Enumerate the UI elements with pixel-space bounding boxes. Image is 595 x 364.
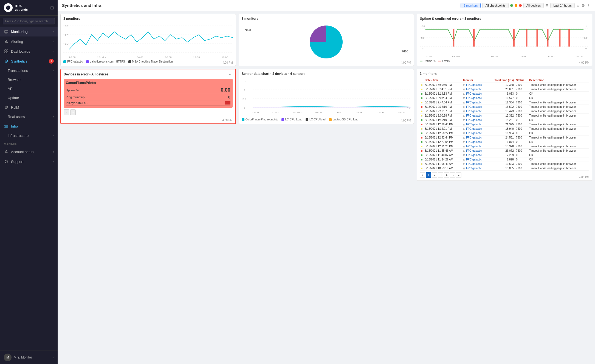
uptime-dot xyxy=(420,61,422,61)
more-icon[interactable]: ⋮ xyxy=(587,3,591,8)
date-cell: 3/15/2021 12:27:04 PM xyxy=(424,140,462,144)
monitor-cell[interactable]: ⊞ FPC galactic xyxy=(462,127,488,131)
grid-icon[interactable]: ⊞ xyxy=(545,3,549,8)
monitor-cell[interactable]: ⊞ FPC galactic xyxy=(462,153,488,157)
sidebar-item-infra[interactable]: Infra xyxy=(0,121,58,131)
date-cell: 3/15/2021 10:53:10 AM xyxy=(424,166,462,171)
user-menu-arrow: ‹ xyxy=(53,356,54,359)
monitor-link[interactable]: ⊞ FPC galactic xyxy=(463,97,487,100)
monitor-grid-icon: ⊞ xyxy=(463,84,465,86)
monitor-link[interactable]: ⊞ FPC galactic xyxy=(463,140,487,143)
monitor-link[interactable]: ⊞ FPC galactic xyxy=(463,158,487,161)
col-total: Total time (ms) xyxy=(488,78,515,83)
settings-icon[interactable]: ⚙ xyxy=(582,3,585,8)
search-input[interactable] xyxy=(3,18,55,24)
monitor-link[interactable]: ⊞ FPC galactic xyxy=(463,154,487,157)
sidebar-item-account-setup[interactable]: Account setup ‹ xyxy=(0,147,58,157)
sidebar-item-support[interactable]: ? Support ‹ xyxy=(0,157,58,167)
user-footer[interactable]: M Mrs. Monitor ‹ xyxy=(0,351,58,364)
sidebar-item-monitoring[interactable]: Monitoring ‹ xyxy=(0,27,58,36)
time-btn[interactable]: Last 24 hours xyxy=(550,3,575,8)
table-row: 3/15/2021 11:08:49 AM ⊞ FPC galactic 19,… xyxy=(420,162,589,166)
monitor-link[interactable]: ⊞ FPC galactic xyxy=(463,132,487,135)
monitor-cell[interactable]: ⊞ FPC galactic xyxy=(462,87,488,92)
page-4-btn[interactable]: 4 xyxy=(444,172,449,178)
monitor-link[interactable]: ⊞ FPC galactic xyxy=(463,110,487,113)
page-2-btn[interactable]: 2 xyxy=(432,172,437,178)
sidebar-item-dashboards[interactable]: Dashboards ‹ xyxy=(0,46,58,56)
monitor-link[interactable]: ⊞ FPC galactic xyxy=(463,136,487,139)
monitor-link[interactable]: ⊞ FPC galactic xyxy=(463,83,487,86)
monitor-link[interactable]: ⊞ FPC galactic xyxy=(463,88,487,91)
monitor-cell[interactable]: ⊞ FPC galactic xyxy=(462,92,488,96)
monitor-cell[interactable]: ⊞ FPC galactic xyxy=(462,136,488,140)
monitor-cell[interactable]: ⊞ FPC galactic xyxy=(462,114,488,118)
monitor-cell[interactable]: ⊞ FPC galactic xyxy=(462,83,488,87)
device-prev-btn[interactable]: ‹ xyxy=(64,109,69,115)
infrastructure-arrow: ‹ xyxy=(53,134,54,137)
dashboards-icon xyxy=(4,49,9,54)
monitor-link[interactable]: ⊞ FPC galactic xyxy=(463,123,487,126)
table-row: 3/15/2021 12:11:25 PM ⊞ FPC galactic 13,… xyxy=(420,144,589,149)
sidebar-item-uptime[interactable]: Uptime xyxy=(0,93,58,102)
devices-time: 4:00 PM xyxy=(222,119,232,122)
monitor-cell[interactable]: ⊞ FPC galactic xyxy=(462,162,488,166)
device-next-btn[interactable]: › xyxy=(70,109,76,115)
devices-btn[interactable]: All devices xyxy=(523,3,544,8)
monitor-link[interactable]: ⊞ FPC galactic xyxy=(463,162,487,165)
monitor-cell[interactable]: ⊞ FPC galactic xyxy=(462,96,488,100)
sidebar-item-synthetics[interactable]: Synthetics 1 xyxy=(0,56,58,66)
uptime-row-value: 0.00 xyxy=(221,87,230,93)
monitor-cell[interactable]: ⊞ FPC galactic xyxy=(462,131,488,136)
sidebar-item-browser[interactable]: Browser xyxy=(0,75,58,84)
monitor-cell[interactable]: ⊞ FPC galactic xyxy=(462,118,488,122)
monitors-btn[interactable]: 3 monitors xyxy=(461,3,481,8)
sidebar-item-transactions[interactable]: Transactions ‹ xyxy=(0,66,58,75)
monitor-cell[interactable]: ⊞ FPC galactic xyxy=(462,122,488,127)
date-cell: 3/15/2021 12:39:40 PM xyxy=(424,122,462,127)
legend-errors: Errors xyxy=(438,60,450,63)
sidebar-item-account-setup-label: Account setup xyxy=(11,150,33,154)
monitor-cell[interactable]: ⊞ FPC galactic xyxy=(462,100,488,105)
page-next-btn[interactable]: » xyxy=(456,172,461,178)
monitor-link[interactable]: ⊞ FPC galactic xyxy=(463,149,487,152)
monitor-grid-icon: ⊞ xyxy=(463,119,465,122)
monitor-link[interactable]: ⊞ FPC galactic xyxy=(463,101,487,104)
monitor-cell[interactable]: ⊞ FPC galactic xyxy=(462,109,488,114)
svg-text:0.5: 0.5 xyxy=(583,37,587,39)
monitor-cell[interactable]: ⊞ FPC galactic xyxy=(462,166,488,171)
svg-text:12:00: 12:00 xyxy=(193,56,200,58)
devices-more-btn[interactable]: ⋯ xyxy=(229,72,233,77)
page-5-btn[interactable]: 5 xyxy=(450,172,455,178)
monitor-link[interactable]: ⊞ FPC galactic xyxy=(463,127,487,130)
monitor-link[interactable]: ⊞ FPC galactic xyxy=(463,105,487,108)
status-value-cell: 7600 xyxy=(515,100,528,105)
sidebar-item-rum[interactable]: RUM xyxy=(0,102,58,112)
monitor-link[interactable]: ⊞ FPC galactic xyxy=(463,114,487,117)
legend-lc-cpu-label: LC-CPU Load xyxy=(285,118,302,121)
sidebar-item-real-users[interactable]: Real users ‹ xyxy=(0,112,58,121)
sidebar-toggle-icon[interactable]: ⊞ xyxy=(50,5,54,10)
page-3-btn[interactable]: 3 xyxy=(438,172,443,178)
monitor-cell[interactable]: ⊞ FPC galactic xyxy=(462,140,488,144)
monitor-cell[interactable]: ⊞ FPC galactic xyxy=(462,105,488,109)
monitor-link[interactable]: ⊞ FPC galactic xyxy=(463,92,487,95)
monitor-link[interactable]: ⊞ FPC galactic xyxy=(463,167,487,170)
page-1-btn[interactable]: 1 xyxy=(426,172,431,178)
desc-cell: OK xyxy=(528,157,589,162)
monitor-link[interactable]: ⊞ FPC galactic xyxy=(463,145,487,148)
star-icon[interactable]: ☆ xyxy=(576,3,580,8)
status-indicator xyxy=(421,150,422,152)
monitor-cell[interactable]: ⊞ FPC galactic xyxy=(462,149,488,153)
sidebar-item-alerting[interactable]: Alerting ‹ xyxy=(0,36,58,46)
sidebar-item-infrastructure[interactable]: Infrastructure ‹ xyxy=(0,131,58,140)
status-value-cell: 0 xyxy=(515,96,528,100)
checkpoints-btn[interactable]: All checkpoints xyxy=(482,3,508,8)
monitor-cell[interactable]: ⊞ FPC galactic xyxy=(462,144,488,149)
total-cell: 20,601 xyxy=(488,87,515,92)
monitor-cell[interactable]: ⊞ FPC galactic xyxy=(462,157,488,162)
page-prev-btn[interactable]: « xyxy=(420,172,425,178)
monitor-grid-icon: ⊞ xyxy=(463,110,465,113)
sidebar-item-api[interactable]: API xyxy=(0,84,58,93)
monitor-link[interactable]: ⊞ FPC galactic xyxy=(463,118,487,122)
